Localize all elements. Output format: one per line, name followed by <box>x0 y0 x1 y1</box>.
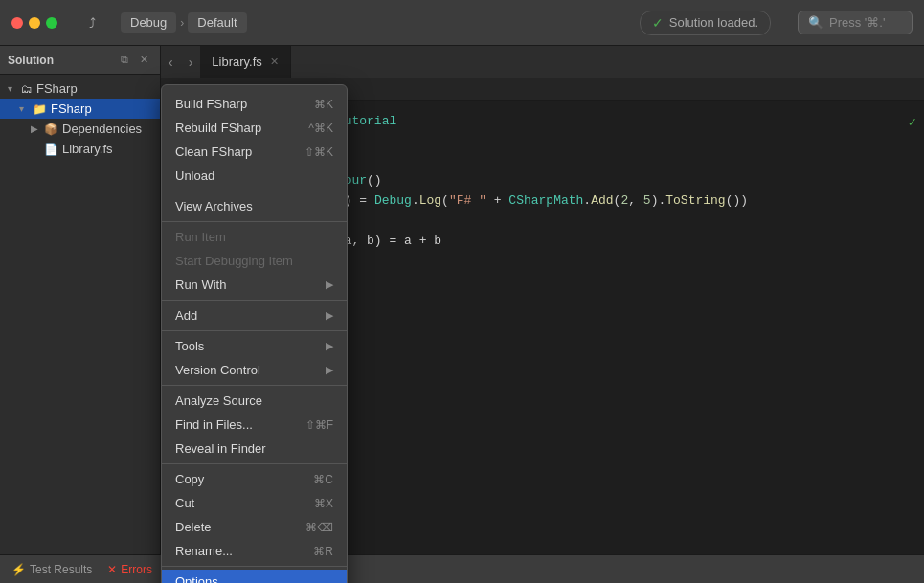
tab-label: Library.fs <box>212 55 262 69</box>
tree-label-deps: Dependencies <box>62 122 142 136</box>
menu-section-tools: Tools ▶ Version Control ▶ <box>162 331 347 386</box>
menu-section-analyze: Analyze Source Find in Files... ⇧⌘F Reve… <box>162 386 347 464</box>
menu-section-edit: Copy ⌘C Cut ⌘X Delete ⌘⌫ Rename... ⌘R <box>162 464 347 567</box>
menu-item-view-archives[interactable]: View Archives <box>162 194 347 218</box>
menu-item-clean-fsharp[interactable]: Clean FSharp ⇧⌘K <box>162 140 347 164</box>
dependencies-icon: 📦 <box>44 123 58 136</box>
tab-nav-back[interactable]: ‹ <box>161 55 181 70</box>
menu-item-rebuild-fsharp[interactable]: Rebuild FSharp ^⌘K <box>162 116 347 140</box>
menu-item-options[interactable]: Options <box>162 570 347 583</box>
main-layout: Solution ⧉ ✕ ▾ 🗂 FSharp ▾ 📁 FSharp ▶ <box>0 46 924 554</box>
sidebar-close-button[interactable]: ✕ <box>136 52 152 68</box>
context-menu: Build FSharp ⌘K Rebuild FSharp ^⌘K Clean… <box>161 84 348 583</box>
menu-item-run-item: Run Item <box>162 225 347 249</box>
tree-item-solution[interactable]: ▾ 🗂 FSharp <box>0 78 160 99</box>
menu-section-run: Run Item Start Debugging Item Run With ▶ <box>162 222 347 301</box>
menu-item-copy[interactable]: Copy ⌘C <box>162 467 347 491</box>
statusbar-errors[interactable]: ✕ Errors <box>107 563 152 576</box>
menu-section-add: Add ▶ <box>162 301 347 331</box>
status-check-icon: ✓ <box>652 15 664 31</box>
menu-section-archives: View Archives <box>162 191 347 222</box>
tab-nav-forward[interactable]: › <box>181 55 201 70</box>
error-icon: ✕ <box>107 563 117 576</box>
editor-tab-library-fs[interactable]: Library.fs ✕ <box>200 46 291 78</box>
breadcrumb-debug[interactable]: Debug <box>121 12 176 33</box>
errors-label: Errors <box>121 563 152 576</box>
sidebar: Solution ⧉ ✕ ▾ 🗂 FSharp ▾ 📁 FSharp ▶ <box>0 46 161 554</box>
menu-item-build-fsharp[interactable]: Build FSharp ⌘K <box>162 92 347 116</box>
menu-section-build: Build FSharp ⌘K Rebuild FSharp ^⌘K Clean… <box>162 89 347 191</box>
menu-item-cut[interactable]: Cut ⌘X <box>162 491 347 515</box>
tree-item-fsharp-project[interactable]: ▾ 📁 FSharp <box>0 99 160 119</box>
breadcrumb-separator: › <box>180 16 184 30</box>
sidebar-header: Solution ⧉ ✕ <box>0 46 160 75</box>
menu-item-start-debugging: Start Debugging Item <box>162 249 347 273</box>
menu-item-tools[interactable]: Tools ▶ <box>162 334 347 358</box>
menu-item-rename[interactable]: Rename... ⌘R <box>162 539 347 563</box>
breadcrumb-default[interactable]: Default <box>188 12 246 33</box>
status-pill: ✓ Solution loaded. <box>640 11 771 35</box>
tab-close-button[interactable]: ✕ <box>270 56 279 68</box>
submenu-arrow-tools: ▶ <box>326 340 333 352</box>
sidebar-title: Solution <box>8 54 54 67</box>
menu-item-analyze-source[interactable]: Analyze Source <box>162 389 347 413</box>
sidebar-tree: ▾ 🗂 FSharp ▾ 📁 FSharp ▶ 📦 Dependencies ▶… <box>0 75 160 163</box>
test-results-label: Test Results <box>30 563 92 576</box>
statusbar: ⚡ Test Results ✕ Errors ✓ Tasks 🖥 Packag… <box>0 554 924 583</box>
submenu-arrow-version-control: ▶ <box>326 364 333 376</box>
file-icon: 📄 <box>44 143 58 156</box>
menu-item-unload[interactable]: Unload <box>162 164 347 188</box>
tree-label-solution: FSharp <box>36 81 78 96</box>
project-icon: 📁 <box>33 102 47 116</box>
minimize-button[interactable] <box>29 17 40 29</box>
search-icon: 🔍 <box>808 15 823 30</box>
lightning-icon: ⚡ <box>11 563 26 576</box>
toolbar-action-icon[interactable]: ⤴ <box>79 10 105 36</box>
menu-item-delete[interactable]: Delete ⌘⌫ <box>162 515 347 539</box>
tree-arrow-solution: ▾ <box>8 83 17 94</box>
maximize-button[interactable] <box>46 17 57 29</box>
close-button[interactable] <box>11 17 23 29</box>
traffic-lights <box>11 17 57 29</box>
tree-arrow-deps: ▶ <box>31 123 40 134</box>
tree-item-library-fs[interactable]: ▶ 📄 Library.fs <box>0 139 160 159</box>
solution-icon: 🗂 <box>21 82 33 96</box>
search-box[interactable]: 🔍 Press '⌘.' <box>798 11 913 34</box>
tree-item-dependencies[interactable]: ▶ 📦 Dependencies <box>0 119 160 139</box>
menu-item-find-in-files[interactable]: Find in Files... ⇧⌘F <box>162 413 347 437</box>
tree-arrow-fsharp: ▾ <box>19 103 29 114</box>
menu-item-run-with[interactable]: Run With ▶ <box>162 273 347 297</box>
tree-label-library-fs: Library.fs <box>62 142 113 156</box>
menu-section-options: Options <box>162 567 347 583</box>
menu-item-version-control[interactable]: Version Control ▶ <box>162 358 347 382</box>
tab-bar: ‹ › Library.fs ✕ <box>161 46 924 78</box>
sidebar-pin-button[interactable]: ⧉ <box>117 52 132 68</box>
titlebar: ⤴ Debug › Default ✓ Solution loaded. 🔍 P… <box>0 0 924 46</box>
status-text: Solution loaded. <box>669 15 758 30</box>
code-checkmark-icon: ✓ <box>909 112 916 133</box>
sidebar-actions: ⧉ ✕ <box>117 52 152 68</box>
statusbar-test-results[interactable]: ⚡ Test Results <box>11 563 92 576</box>
breadcrumb: Debug › Default <box>121 12 247 33</box>
menu-item-add[interactable]: Add ▶ <box>162 303 347 327</box>
tree-label-fsharp: FSharp <box>51 101 92 116</box>
submenu-arrow-add: ▶ <box>326 309 333 322</box>
menu-item-reveal-in-finder[interactable]: Reveal in Finder <box>162 437 347 460</box>
submenu-arrow-run-with: ▶ <box>326 279 333 291</box>
search-placeholder: Press '⌘.' <box>829 15 885 30</box>
